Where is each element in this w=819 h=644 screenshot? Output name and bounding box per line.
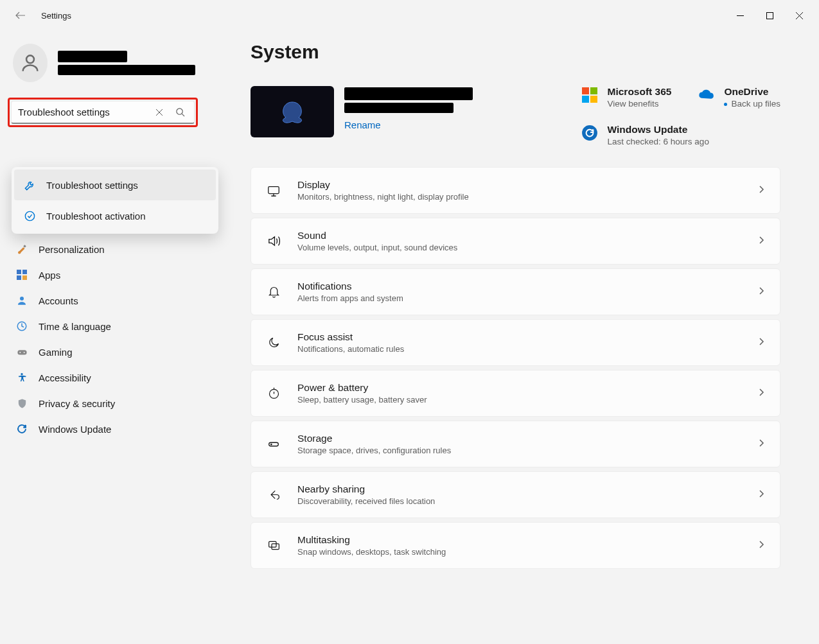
search-input[interactable] xyxy=(18,107,149,117)
profile-email-redacted xyxy=(58,65,195,75)
device-thumbnail xyxy=(251,86,334,137)
nav-label: Privacy & security xyxy=(39,398,115,409)
svg-point-13 xyxy=(21,373,22,375)
window-controls xyxy=(725,5,814,26)
chevron-right-icon xyxy=(757,337,766,349)
suggestion-troubleshoot-settings[interactable]: Troubleshoot settings xyxy=(14,170,216,200)
setting-sub: Discoverability, received files location xyxy=(297,496,741,506)
svg-point-3 xyxy=(25,211,34,220)
nav-label: Personalization xyxy=(39,244,105,255)
refresh-icon xyxy=(15,422,28,435)
promo-onedrive[interactable]: OneDrive Back up files xyxy=(697,86,780,109)
nav-label: Accounts xyxy=(39,295,78,306)
setting-title: Focus assist xyxy=(297,331,741,343)
device-name-redacted xyxy=(344,87,473,100)
setting-notifications[interactable]: NotificationsAlerts from apps and system xyxy=(251,268,780,315)
promo-sub: Back up files xyxy=(724,99,780,109)
chevron-right-icon xyxy=(757,489,766,501)
sidebar-item-windows-update[interactable]: Windows Update xyxy=(8,416,198,442)
svg-point-11 xyxy=(19,351,21,352)
svg-point-18 xyxy=(271,444,272,444)
setting-title: Notifications xyxy=(297,281,741,292)
chevron-right-icon xyxy=(757,540,766,552)
setting-title: Power & battery xyxy=(297,382,741,394)
setting-power-battery[interactable]: Power & batterySleep, battery usage, bat… xyxy=(251,370,780,417)
bell-icon xyxy=(265,284,282,300)
svg-point-12 xyxy=(23,351,24,352)
search-clear-button[interactable] xyxy=(149,102,170,123)
back-button[interactable] xyxy=(13,8,28,23)
chevron-right-icon xyxy=(757,439,766,450)
device-card: Rename xyxy=(251,86,568,137)
minimize-button[interactable] xyxy=(725,5,755,26)
setting-multitasking[interactable]: MultitaskingSnap windows, desktops, task… xyxy=(251,522,780,569)
chevron-right-icon xyxy=(757,236,766,247)
setting-title: Sound xyxy=(297,230,741,241)
avatar xyxy=(13,44,48,82)
svg-point-1 xyxy=(26,55,34,63)
promo-windows-update[interactable]: Windows Update Last checked: 6 hours ago xyxy=(581,124,780,146)
sidebar: Troubleshoot settings Troubleshoot activ… xyxy=(0,31,206,644)
profile-name-redacted xyxy=(58,51,127,62)
setting-title: Display xyxy=(297,179,741,191)
svg-rect-6 xyxy=(17,275,21,280)
shield-icon xyxy=(15,397,28,410)
setting-title: Storage xyxy=(297,433,741,444)
microsoft-logo-icon xyxy=(581,86,599,104)
nav-label: Accessibility xyxy=(39,372,91,383)
setting-sub: Storage space, drives, configuration rul… xyxy=(297,446,741,455)
settings-list: DisplayMonitors, brightness, night light… xyxy=(251,167,780,569)
nav-list: Network & internet Personalization Apps … xyxy=(0,209,206,443)
promo-title: Microsoft 365 xyxy=(608,86,672,98)
sidebar-item-apps[interactable]: Apps xyxy=(8,262,198,288)
setting-sound[interactable]: SoundVolume levels, output, input, sound… xyxy=(251,218,780,265)
setting-sub: Volume levels, output, input, sound devi… xyxy=(297,243,741,252)
svg-rect-19 xyxy=(269,541,276,547)
suggestion-label: Troubleshoot activation xyxy=(46,211,146,222)
setting-nearby-sharing[interactable]: Nearby sharingDiscoverability, received … xyxy=(251,471,780,518)
setting-display[interactable]: DisplayMonitors, brightness, night light… xyxy=(251,167,780,214)
sidebar-item-accessibility[interactable]: Accessibility xyxy=(8,365,198,390)
setting-sub: Monitors, brightness, night light, displ… xyxy=(297,192,741,202)
promo-microsoft-365[interactable]: Microsoft 365 View benefits xyxy=(581,86,672,109)
search-highlight-box xyxy=(8,98,198,127)
refresh-circle-icon xyxy=(581,124,599,142)
setting-focus-assist[interactable]: Focus assistNotifications, automatic rul… xyxy=(251,319,780,366)
setting-title: Multitasking xyxy=(297,534,741,546)
svg-rect-5 xyxy=(22,270,27,274)
wrench-icon xyxy=(23,178,36,191)
sidebar-item-gaming[interactable]: Gaming xyxy=(8,339,198,365)
nav-label: Apps xyxy=(39,270,60,281)
close-button[interactable] xyxy=(784,5,814,26)
rename-link[interactable]: Rename xyxy=(344,119,473,130)
sidebar-item-privacy-security[interactable]: Privacy & security xyxy=(8,390,198,416)
setting-sub: Sleep, battery usage, battery saver xyxy=(297,395,741,405)
maximize-button[interactable] xyxy=(755,5,784,26)
svg-point-2 xyxy=(176,109,182,114)
search-box[interactable] xyxy=(11,101,195,124)
chevron-right-icon xyxy=(757,185,766,196)
suggestion-label: Troubleshoot settings xyxy=(46,180,138,191)
sidebar-item-time-language[interactable]: Time & language xyxy=(8,313,198,339)
globe-clock-icon xyxy=(15,320,28,333)
device-model-redacted xyxy=(344,103,454,113)
sidebar-item-accounts[interactable]: Accounts xyxy=(8,288,198,313)
nav-label: Gaming xyxy=(39,347,73,358)
search-submit-button[interactable] xyxy=(170,102,190,123)
suggestion-troubleshoot-activation[interactable]: Troubleshoot activation xyxy=(14,200,216,231)
setting-sub: Snap windows, desktops, task switching xyxy=(297,547,741,557)
setting-sub: Notifications, automatic rules xyxy=(297,344,741,354)
nav-label: Time & language xyxy=(39,321,111,332)
profile-header[interactable] xyxy=(0,39,206,98)
onedrive-icon xyxy=(697,86,715,104)
moon-icon xyxy=(265,335,282,351)
setting-storage[interactable]: StorageStorage space, drives, configurat… xyxy=(251,421,780,467)
storage-icon xyxy=(265,436,282,453)
titlebar: Settings xyxy=(0,0,819,31)
promo-sub: View benefits xyxy=(608,99,672,109)
sound-icon xyxy=(265,233,282,250)
svg-point-14 xyxy=(582,125,597,141)
svg-rect-15 xyxy=(269,186,279,193)
sidebar-item-personalization[interactable]: Personalization xyxy=(8,236,198,262)
multitasking-icon xyxy=(265,537,282,554)
